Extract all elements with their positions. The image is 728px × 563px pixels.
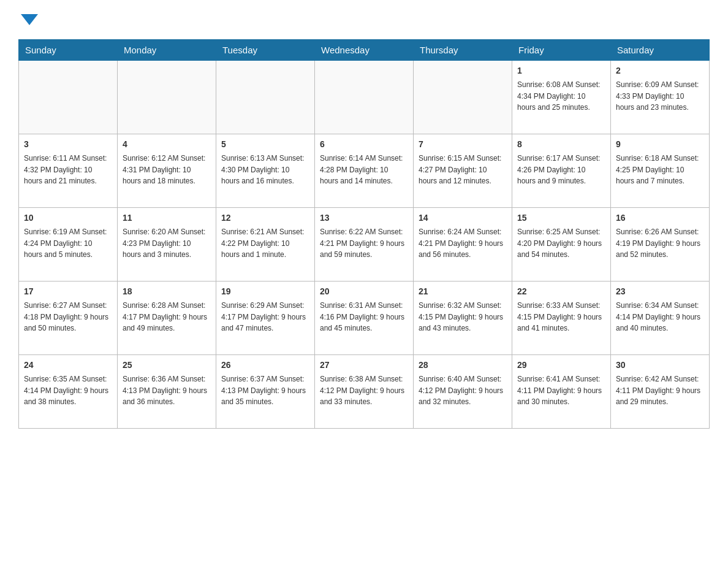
cell-content: Sunrise: 6:26 AM Sunset: 4:19 PM Dayligh…: [616, 226, 704, 261]
day-number: 20: [320, 285, 408, 298]
day-number: 7: [419, 138, 507, 151]
calendar-cell: [414, 61, 512, 134]
calendar-cell: 24Sunrise: 6:35 AM Sunset: 4:14 PM Dayli…: [19, 355, 118, 429]
weekday-header-monday: Monday: [118, 40, 216, 61]
day-number: 8: [517, 138, 605, 151]
calendar-cell: 1Sunrise: 6:08 AM Sunset: 4:34 PM Daylig…: [512, 61, 611, 134]
cell-content: Sunrise: 6:18 AM Sunset: 4:25 PM Dayligh…: [616, 153, 704, 187]
calendar-cell: 26Sunrise: 6:37 AM Sunset: 4:13 PM Dayli…: [216, 355, 315, 429]
cell-content: Sunrise: 6:21 AM Sunset: 4:22 PM Dayligh…: [221, 226, 309, 261]
calendar-cell: 7Sunrise: 6:15 AM Sunset: 4:27 PM Daylig…: [414, 134, 512, 208]
day-number: 16: [616, 212, 704, 224]
logo-triangle-icon: [21, 14, 38, 25]
calendar-cell: 8Sunrise: 6:17 AM Sunset: 4:26 PM Daylig…: [512, 134, 611, 208]
cell-content: Sunrise: 6:27 AM Sunset: 4:18 PM Dayligh…: [24, 300, 112, 334]
calendar-cell: 4Sunrise: 6:12 AM Sunset: 4:31 PM Daylig…: [118, 134, 216, 208]
cell-content: Sunrise: 6:11 AM Sunset: 4:32 PM Dayligh…: [24, 153, 112, 187]
calendar-cell: 3Sunrise: 6:11 AM Sunset: 4:32 PM Daylig…: [19, 134, 118, 208]
day-number: 1: [517, 64, 605, 77]
calendar-cell: 25Sunrise: 6:36 AM Sunset: 4:13 PM Dayli…: [118, 355, 216, 429]
cell-content: Sunrise: 6:29 AM Sunset: 4:17 PM Dayligh…: [221, 300, 309, 334]
calendar-cell: 30Sunrise: 6:42 AM Sunset: 4:11 PM Dayli…: [611, 355, 710, 429]
calendar-table: SundayMondayTuesdayWednesdayThursdayFrid…: [18, 39, 710, 429]
day-number: 22: [517, 285, 605, 298]
calendar-cell: 23Sunrise: 6:34 AM Sunset: 4:14 PM Dayli…: [611, 282, 710, 355]
cell-content: Sunrise: 6:35 AM Sunset: 4:14 PM Dayligh…: [24, 373, 112, 408]
calendar-cell: 6Sunrise: 6:14 AM Sunset: 4:28 PM Daylig…: [315, 134, 414, 208]
cell-content: Sunrise: 6:42 AM Sunset: 4:11 PM Dayligh…: [616, 373, 704, 408]
calendar-cell: 16Sunrise: 6:26 AM Sunset: 4:19 PM Dayli…: [611, 208, 710, 282]
calendar-cell: 20Sunrise: 6:31 AM Sunset: 4:16 PM Dayli…: [315, 282, 414, 355]
cell-content: Sunrise: 6:32 AM Sunset: 4:15 PM Dayligh…: [419, 300, 507, 334]
day-number: 3: [24, 138, 112, 151]
day-number: 27: [320, 359, 408, 372]
cell-content: Sunrise: 6:25 AM Sunset: 4:20 PM Dayligh…: [517, 226, 605, 261]
cell-content: Sunrise: 6:08 AM Sunset: 4:34 PM Dayligh…: [517, 79, 605, 113]
calendar-cell: 14Sunrise: 6:24 AM Sunset: 4:21 PM Dayli…: [414, 208, 512, 282]
day-number: 4: [123, 138, 211, 151]
weekday-header-saturday: Saturday: [611, 40, 710, 61]
cell-content: Sunrise: 6:09 AM Sunset: 4:33 PM Dayligh…: [616, 79, 704, 113]
day-number: 25: [123, 359, 211, 372]
day-number: 26: [221, 359, 309, 372]
cell-content: Sunrise: 6:19 AM Sunset: 4:24 PM Dayligh…: [24, 226, 112, 261]
calendar-cell: 11Sunrise: 6:20 AM Sunset: 4:23 PM Dayli…: [118, 208, 216, 282]
day-number: 18: [123, 285, 211, 298]
day-number: 12: [221, 212, 309, 224]
calendar-cell: 22Sunrise: 6:33 AM Sunset: 4:15 PM Dayli…: [512, 282, 611, 355]
page-header: [18, 12, 710, 29]
logo: [18, 12, 38, 29]
day-number: 14: [419, 212, 507, 224]
cell-content: Sunrise: 6:41 AM Sunset: 4:11 PM Dayligh…: [517, 373, 605, 408]
day-number: 13: [320, 212, 408, 224]
day-number: 10: [24, 212, 112, 224]
cell-content: Sunrise: 6:31 AM Sunset: 4:16 PM Dayligh…: [320, 300, 408, 334]
weekday-header-tuesday: Tuesday: [216, 40, 315, 61]
calendar-cell: [19, 61, 118, 134]
weekday-header-wednesday: Wednesday: [315, 40, 414, 61]
calendar-cell: 29Sunrise: 6:41 AM Sunset: 4:11 PM Dayli…: [512, 355, 611, 429]
day-number: 9: [616, 138, 704, 151]
calendar-cell: 9Sunrise: 6:18 AM Sunset: 4:25 PM Daylig…: [611, 134, 710, 208]
cell-content: Sunrise: 6:15 AM Sunset: 4:27 PM Dayligh…: [419, 153, 507, 187]
day-number: 5: [221, 138, 309, 151]
calendar-cell: 21Sunrise: 6:32 AM Sunset: 4:15 PM Dayli…: [414, 282, 512, 355]
calendar-cell: 12Sunrise: 6:21 AM Sunset: 4:22 PM Dayli…: [216, 208, 315, 282]
day-number: 24: [24, 359, 112, 372]
cell-content: Sunrise: 6:20 AM Sunset: 4:23 PM Dayligh…: [123, 226, 211, 261]
cell-content: Sunrise: 6:37 AM Sunset: 4:13 PM Dayligh…: [221, 373, 309, 408]
day-number: 30: [616, 359, 704, 372]
day-number: 2: [616, 64, 704, 77]
calendar-cell: 18Sunrise: 6:28 AM Sunset: 4:17 PM Dayli…: [118, 282, 216, 355]
day-number: 19: [221, 285, 309, 298]
calendar-cell: [216, 61, 315, 134]
day-number: 21: [419, 285, 507, 298]
day-number: 28: [419, 359, 507, 372]
logo-general-text: [18, 12, 38, 29]
calendar-cell: 2Sunrise: 6:09 AM Sunset: 4:33 PM Daylig…: [611, 61, 710, 134]
cell-content: Sunrise: 6:17 AM Sunset: 4:26 PM Dayligh…: [517, 153, 605, 187]
cell-content: Sunrise: 6:13 AM Sunset: 4:30 PM Dayligh…: [221, 153, 309, 187]
cell-content: Sunrise: 6:12 AM Sunset: 4:31 PM Dayligh…: [123, 153, 211, 187]
cell-content: Sunrise: 6:22 AM Sunset: 4:21 PM Dayligh…: [320, 226, 408, 261]
calendar-cell: 5Sunrise: 6:13 AM Sunset: 4:30 PM Daylig…: [216, 134, 315, 208]
day-number: 17: [24, 285, 112, 298]
calendar-cell: [118, 61, 216, 134]
calendar-cell: 13Sunrise: 6:22 AM Sunset: 4:21 PM Dayli…: [315, 208, 414, 282]
calendar-cell: 15Sunrise: 6:25 AM Sunset: 4:20 PM Dayli…: [512, 208, 611, 282]
calendar-cell: [315, 61, 414, 134]
cell-content: Sunrise: 6:34 AM Sunset: 4:14 PM Dayligh…: [616, 300, 704, 334]
cell-content: Sunrise: 6:36 AM Sunset: 4:13 PM Dayligh…: [123, 373, 211, 408]
weekday-header-thursday: Thursday: [414, 40, 512, 61]
cell-content: Sunrise: 6:24 AM Sunset: 4:21 PM Dayligh…: [419, 226, 507, 261]
cell-content: Sunrise: 6:14 AM Sunset: 4:28 PM Dayligh…: [320, 153, 408, 187]
calendar-cell: 19Sunrise: 6:29 AM Sunset: 4:17 PM Dayli…: [216, 282, 315, 355]
weekday-header-friday: Friday: [512, 40, 611, 61]
day-number: 11: [123, 212, 211, 224]
day-number: 6: [320, 138, 408, 151]
weekday-header-sunday: Sunday: [19, 40, 118, 61]
cell-content: Sunrise: 6:33 AM Sunset: 4:15 PM Dayligh…: [517, 300, 605, 334]
calendar-cell: 17Sunrise: 6:27 AM Sunset: 4:18 PM Dayli…: [19, 282, 118, 355]
day-number: 23: [616, 285, 704, 298]
calendar-cell: 27Sunrise: 6:38 AM Sunset: 4:12 PM Dayli…: [315, 355, 414, 429]
